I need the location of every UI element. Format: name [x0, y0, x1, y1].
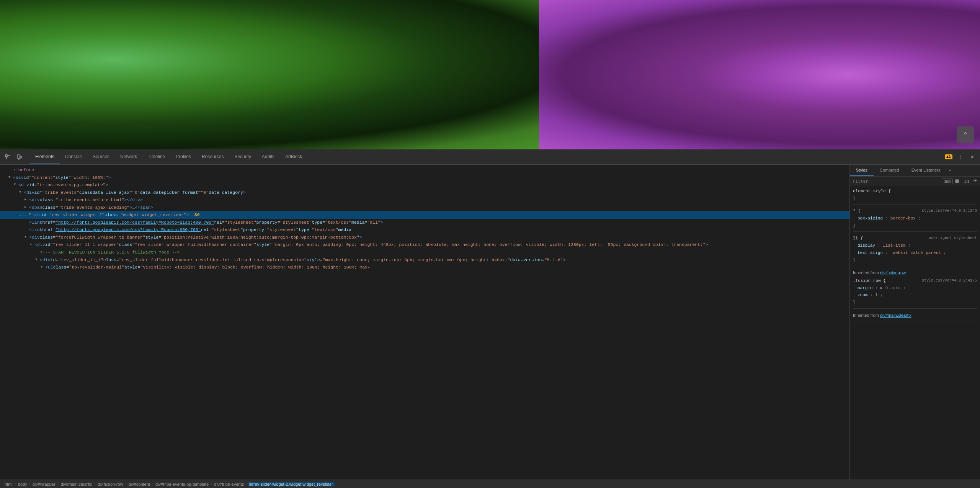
breadcrumb-li-revslider[interactable]: li#rev-slider-widget-2.widget.widget_rev… — [248, 482, 335, 486]
browser-viewport: ⌃ — [0, 0, 980, 149]
green-peppers-image — [0, 0, 568, 149]
style-rule-selector-star-row: * { style.css?ver=4.0.2:1245 — [853, 208, 977, 215]
dom-line-comment[interactable]: <!-- START REVOLUTION SLIDER 5.1.6 fullw… — [0, 249, 849, 256]
hov-button[interactable]: :hov — [942, 178, 953, 184]
style-rule-selector-fusion-row: .fusion-row { style.css?ver=4.0.2:4175 — [853, 277, 977, 285]
dom-line-ul[interactable]: <ul class="tp-revslider-mainul" style="v… — [0, 264, 849, 271]
tab-resources[interactable]: Resources — [196, 149, 229, 164]
tab-security[interactable]: Security — [229, 149, 256, 164]
dom-line-before[interactable]: ::before — [0, 166, 849, 174]
toolbar-right: ▲1 ⋮ ✕ — [945, 152, 977, 162]
style-prop-margin: margin : ▶ 0 auto ; — [853, 285, 977, 292]
dom-line-ajax-loading[interactable]: <span class="tribe-events-ajax-loading" … — [0, 204, 849, 211]
styles-filter-bar: :hov .cls + — [850, 177, 980, 186]
devtools-toolbar: Elements Console Sources Network Timelin… — [0, 149, 980, 165]
style-rule-selector-li-row: li { user agent stylesheet — [853, 235, 977, 242]
inherited-link-fusion-row[interactable]: div.fusion-row — [880, 270, 906, 275]
dom-line-rev-slider-11[interactable]: <div id="rev_slider_11_1" class="rev_sli… — [0, 256, 849, 264]
styles-panel-tabs: Styles Computed Event Listeners » — [850, 165, 980, 177]
elements-panel[interactable]: ::before <div id="content" style="width:… — [0, 165, 850, 480]
breadcrumb-body[interactable]: body — [16, 482, 29, 486]
style-prop-display: display : list-item ; — [853, 242, 977, 249]
breadcrumb-main-clearfix[interactable]: div#main.clearfix — [59, 482, 94, 486]
scroll-to-top-button[interactable]: ⌃ — [957, 126, 974, 143]
styles-tab-more[interactable]: » — [947, 165, 954, 176]
breadcrumb-fusion-row[interactable]: div.fusion-row — [96, 482, 125, 486]
breadcrumb-html[interactable]: html — [3, 482, 14, 486]
dom-line-before-html[interactable]: <div class="tribe-events-before-html" ><… — [0, 196, 849, 204]
dom-line-link1[interactable]: <link href="http://fonts.googleapis.com/… — [0, 219, 849, 226]
styles-panel: Styles Computed Event Listeners » :hov .… — [850, 165, 980, 480]
style-rule-inherited-main: Inherited from div#main.clearfix — [853, 312, 977, 322]
svg-rect-5 — [20, 156, 21, 158]
svg-rect-3 — [17, 155, 20, 158]
style-prop-zoom: zoom : 1 ; — [853, 291, 977, 299]
svg-rect-0 — [5, 155, 7, 157]
eggplant-image — [539, 0, 980, 149]
breadcrumb-tribe-events-pg[interactable]: div#tribe-events-pg-template — [154, 482, 210, 486]
styles-content: element.style { } * { style.css?ver=4.0.… — [850, 186, 980, 326]
style-rule-star: * { style.css?ver=4.0.2:1245 box-sizing … — [853, 208, 977, 232]
toolbar-left-icons — [3, 152, 24, 162]
device-mode-button[interactable] — [15, 152, 24, 162]
breadcrumb-tribe-events[interactable]: div#tribe-events — [212, 482, 245, 486]
style-rule-close-star: } — [853, 222, 977, 229]
style-rule-inherited-fusion: Inherited from div.fusion-row .fusion-ro… — [853, 269, 977, 308]
tab-sources[interactable]: Sources — [87, 149, 115, 164]
style-rule-close-li: } — [853, 257, 977, 264]
dom-line-revslider-widget[interactable]: ... <li id="rev-slider-widget-2" class="… — [0, 211, 849, 219]
inspect-element-button[interactable] — [3, 152, 12, 162]
tab-adblock[interactable]: AdBlock — [280, 149, 307, 164]
dom-line-forcefullwidth[interactable]: <div class="forcefullwidth_wrapper_tp_ba… — [0, 234, 849, 241]
style-rule-li: li { user agent stylesheet display : lis… — [853, 235, 977, 266]
dom-line-tribe-events-pg[interactable]: <div id="tribe-events-pg-template" > — [0, 181, 849, 189]
dom-line-content[interactable]: <div id="content" style="width: 100%;" > — [0, 174, 849, 182]
dom-line-tribe-events[interactable]: <div id="tribe-events" class data-live-a… — [0, 189, 849, 197]
style-rule-selector-element: element.style { — [853, 188, 977, 195]
breadcrumb-bar: html › body › div#wrapper › div#main.cle… — [0, 480, 980, 488]
add-style-button[interactable]: + — [973, 178, 977, 184]
warning-badge: ▲1 — [945, 154, 952, 159]
styles-filter-input[interactable] — [853, 179, 939, 184]
tab-profiles[interactable]: Profiles — [170, 149, 196, 164]
devtools-body: ::before <div id="content" style="width:… — [0, 165, 980, 480]
close-devtools-button[interactable]: ✕ — [968, 152, 977, 162]
inherited-link-main-clearfix[interactable]: div#main.clearfix — [880, 313, 911, 318]
style-prop-box-sizing: box-sizing : border-box ; — [853, 215, 977, 222]
tab-elements[interactable]: Elements — [30, 149, 60, 164]
dom-line-link2[interactable]: <link href="http://fonts.googleapis.com/… — [0, 226, 849, 234]
devtools-tabs: Elements Console Sources Network Timelin… — [30, 149, 945, 164]
style-prop-text-align: text-align : -webkit-match-parent ; — [853, 249, 977, 257]
style-rule-close-element: } — [853, 195, 977, 202]
tab-timeline[interactable]: Timeline — [142, 149, 170, 164]
styles-tab-event-listeners[interactable]: Event Listeners — [905, 165, 947, 176]
inherited-from-fusion-row: Inherited from div.fusion-row — [853, 269, 977, 277]
tab-audits[interactable]: Audits — [256, 149, 280, 164]
tab-network[interactable]: Network — [115, 149, 142, 164]
style-rule-close-fusion: } — [853, 299, 977, 306]
more-options-button[interactable]: ⋮ — [956, 152, 965, 162]
inherited-from-main-clearfix: Inherited from div#main.clearfix — [853, 312, 977, 319]
cls-button[interactable]: .cls — [962, 179, 971, 184]
devtools-panel: Elements Console Sources Network Timelin… — [0, 149, 980, 488]
color-swatch[interactable] — [955, 179, 959, 183]
svg-rect-4 — [18, 159, 20, 159]
tab-console[interactable]: Console — [60, 149, 87, 164]
style-rule-element: element.style { } — [853, 188, 977, 205]
breadcrumb-wrapper[interactable]: div#wrapper — [31, 482, 57, 486]
dom-line-rev-slider-wrapper[interactable]: <div id="rev_slider_11_1_wrapper" class=… — [0, 241, 849, 249]
styles-tab-computed[interactable]: Computed — [874, 165, 905, 176]
styles-tab-styles[interactable]: Styles — [850, 165, 874, 176]
breadcrumb-content[interactable]: div#content — [127, 482, 152, 486]
